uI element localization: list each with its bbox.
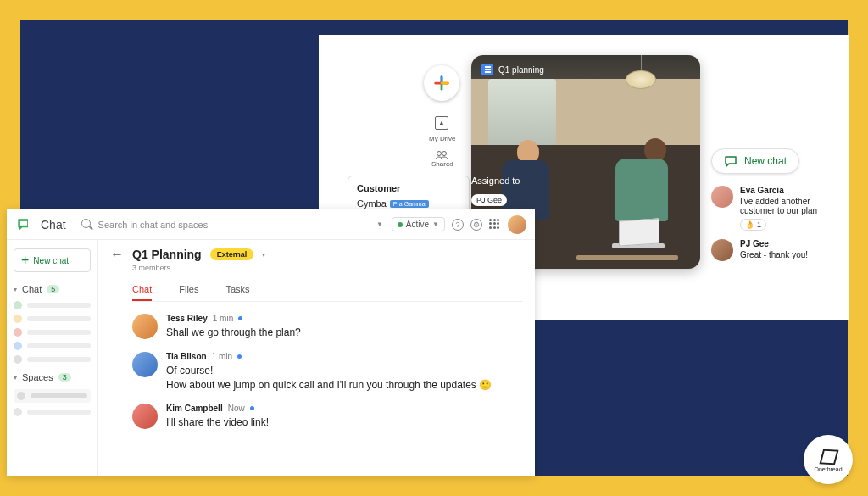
assigned-pill[interactable]: PJ Gee [471,194,507,206]
plus-icon [21,254,29,267]
svg-point-1 [442,152,447,156]
message-list: Tess Riley1 min Shall we go through the … [110,302,523,430]
badge: 5 [47,285,59,293]
svg-point-0 [437,152,442,156]
top-bar: Chat Search in chat and spaces ▼ Active … [7,209,535,240]
shared-icon[interactable] [435,148,448,159]
tab-tasks[interactable]: Tasks [225,279,249,301]
app-brand: Chat [41,218,66,231]
back-arrow-icon[interactable]: ← [110,247,124,262]
customer-header: Customer [357,183,460,193]
onethread-badge[interactable]: Onethread [804,435,853,484]
doc-icon [481,64,493,75]
new-chat-panel: New chat Eva Garcia I've added another c… [711,148,843,270]
avatar [132,314,158,339]
my-drive-label: My Drive [429,135,456,142]
sidebar-item[interactable] [14,342,91,350]
space-title: Q1 Planning [132,248,202,261]
sidebar-item[interactable] [14,328,91,337]
search-icon [81,219,93,231]
avatar [132,404,158,429]
assigned-header: Assigned to [471,176,539,186]
main-panel: ← Q1 Planning External ▾ 3 members Chat … [98,240,535,476]
status-chip[interactable]: Active ▼ [392,217,445,231]
sidebar: New chat ▾ Chat 5 ▾ Spaces 3 [7,240,98,476]
side-message[interactable]: Eva Garcia I've added another customer t… [711,186,843,231]
member-count[interactable]: 3 members [132,264,523,272]
avatar [711,186,733,208]
customer-tag: Pra Gamma [390,200,429,208]
onethread-icon [820,448,837,465]
toolbar: Active ▼ ? ⚙ [392,215,526,234]
message[interactable]: Tia Bilson1 min Of course! How about we … [132,352,523,393]
new-button[interactable] [424,65,459,101]
reaction[interactable]: 👌 1 [740,219,766,231]
status-dot [398,222,403,227]
sidebar-new-chat-button[interactable]: New chat [14,248,91,272]
message-body: Of course! How about we jump on quick ca… [166,364,492,393]
doc-title-bar: Q1 planning [481,64,544,75]
shared-label: Shared [431,160,453,168]
sidebar-item-selected[interactable] [14,389,91,403]
new-chat-button[interactable]: New chat [711,148,799,174]
sidebar-item[interactable] [14,315,91,323]
sidebar-section-spaces[interactable]: ▾ Spaces 3 [14,372,91,382]
customer-input[interactable]: Cymba Pra Gamma [357,198,460,209]
unread-dot-icon [238,316,242,320]
sidebar-item[interactable] [14,408,91,416]
apps-grid-icon[interactable] [489,219,501,231]
avatar [711,239,733,261]
sidebar-item[interactable] [14,301,91,309]
account-avatar[interactable] [508,215,526,234]
unread-dot-icon [237,354,242,359]
message[interactable]: Kim CampbellNow I'll share the video lin… [132,404,523,430]
help-icon[interactable]: ? [452,219,464,231]
tab-bar: Chat Files Tasks [132,279,523,302]
badge: 3 [58,373,71,382]
tab-files[interactable]: Files [179,279,198,301]
side-message[interactable]: PJ Gee Great - thank you! [711,239,843,261]
search-bar[interactable]: Search in chat and spaces [75,219,368,231]
avatar [132,352,158,377]
chevron-down-icon[interactable]: ▼ [376,220,383,228]
chevron-down-icon: ▾ [14,374,17,382]
chevron-down-icon: ▾ [14,286,17,293]
my-drive-icon[interactable]: ▲ [435,116,448,130]
tab-chat[interactable]: Chat [132,279,152,301]
message[interactable]: Tess Riley1 min Shall we go through the … [132,314,523,340]
svg-rect-2 [20,220,27,225]
sidebar-item[interactable] [14,355,91,364]
sidebar-section-chat[interactable]: ▾ Chat 5 [14,284,91,294]
google-chat-window: Chat Search in chat and spaces ▼ Active … [7,209,535,476]
unread-dot-icon [250,406,254,410]
chevron-down-icon: ▼ [432,220,439,228]
settings-icon[interactable]: ⚙ [470,219,482,231]
external-badge: External [210,248,254,260]
chevron-down-icon[interactable]: ▾ [262,251,265,259]
chat-logo-icon [15,216,32,233]
